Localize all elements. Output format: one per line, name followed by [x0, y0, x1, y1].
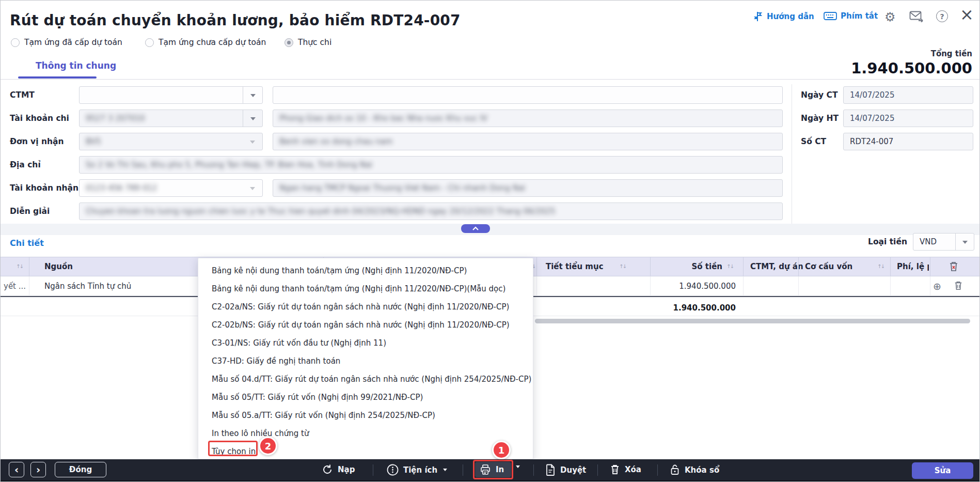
annotation-box-print-options: [208, 441, 258, 456]
tab-active-underline: [18, 76, 97, 79]
mail-feedback-icon[interactable]: [909, 11, 924, 22]
column-header-phi-le-phi[interactable]: Phí, lệ p: [897, 257, 929, 276]
redacted-value: Phong Giao dich so 10 - Kho bac Nha nuoc…: [279, 114, 487, 123]
close-icon[interactable]: ×: [960, 5, 974, 24]
chevron-left-icon: ‹: [14, 463, 19, 476]
menu-item-c3-01[interactable]: C3-01/NS: Giấy rút vốn đầu tư (Nghị định…: [198, 334, 533, 352]
header-divider: [1, 79, 980, 80]
sort-icon[interactable]: ↑↓: [619, 257, 626, 276]
menu-item-c37-hd[interactable]: C37-HD: Giấy đề nghị thanh toán: [198, 352, 533, 370]
approve-button[interactable]: Duyệt: [545, 464, 586, 476]
utilities-label: Tiện ích: [403, 465, 437, 475]
ctmt-name-input[interactable]: [273, 86, 783, 104]
redacted-value: 0123 456 789 012: [86, 183, 157, 193]
utilities-icon: [387, 464, 399, 476]
ctmt-combo-input[interactable]: [79, 86, 263, 104]
delete-row-icon[interactable]: [954, 281, 963, 291]
collapse-section-button[interactable]: [461, 224, 490, 233]
prev-record-button[interactable]: ‹: [9, 462, 24, 477]
redacted-value: Chuyen khoan tra luong nguon chien luoc …: [86, 207, 555, 216]
sort-icon[interactable]: ↑↓: [877, 257, 884, 276]
shortcut-link[interactable]: Phím tắt: [824, 11, 878, 21]
ngay-ht-input[interactable]: 14/07/2025: [843, 110, 973, 127]
help-icon[interactable]: ?: [936, 10, 948, 22]
delete-all-rows-icon[interactable]: [949, 261, 959, 272]
radio-tam-ung-chua-cap[interactable]: Tạm ứng chưa cấp dự toán: [145, 38, 266, 47]
next-record-button[interactable]: ›: [30, 462, 46, 477]
chi-tiet-section-link[interactable]: Chi tiết: [10, 238, 44, 248]
total-amount-label: Tổng tiền: [817, 49, 972, 58]
chevron-down-icon[interactable]: [243, 87, 262, 104]
chevron-down-icon[interactable]: [955, 234, 974, 251]
tai-khoan-chi-combo-input[interactable]: 9527 3 207010: [79, 110, 263, 127]
column-header-nguon[interactable]: Nguồn: [44, 257, 73, 276]
menu-item-bang-ke[interactable]: Bảng kê nội dung thanh toán/tạm ứng (Ngh…: [198, 262, 533, 280]
edit-button[interactable]: Sửa: [912, 462, 973, 479]
row-cell-so-tien: 1.940.500.000: [650, 276, 736, 296]
voucher-window: Rút dự toán chuyển khoản lương, bảo hiểm…: [0, 0, 980, 482]
tai-khoan-chi-name-input[interactable]: Phong Giao dich so 10 - Kho bac Nha nuoc…: [273, 110, 783, 127]
ngay-ht-label: Ngày HT: [801, 110, 839, 127]
guide-link-label: Hướng dẫn: [767, 12, 814, 21]
column-header-ctmt-du-an[interactable]: CTMT, dự án: [750, 257, 803, 276]
tai-khoan-chi-label: Tài khoản chi: [10, 110, 69, 127]
sort-icon[interactable]: ↑↓: [726, 257, 733, 276]
chevron-down-icon[interactable]: [243, 110, 262, 127]
add-row-icon[interactable]: ⊕: [933, 280, 941, 292]
document-icon: [545, 464, 556, 476]
keyboard-icon: [824, 11, 837, 21]
close-form-button[interactable]: Đóng: [55, 462, 106, 477]
tai-khoan-nhan-combo-input[interactable]: 0123 456 789 012: [79, 179, 263, 197]
redacted-value: BV5: [86, 137, 101, 146]
tab-thong-tin-chung[interactable]: Thông tin chung: [36, 60, 116, 71]
table-total-value: 1.940.500.000: [633, 298, 736, 318]
tai-khoan-nhan-name-input[interactable]: Ngan hang TMCP Ngoai Thuong Viet Nam - C…: [273, 179, 783, 197]
so-ct-value: RDT24-007: [850, 137, 893, 146]
radio-circle-selected-icon: [284, 38, 293, 47]
dia-chi-label: Địa chỉ: [10, 156, 41, 174]
horizontal-scrollbar[interactable]: [535, 319, 970, 323]
sort-icon[interactable]: ↑↓: [16, 257, 23, 276]
print-dropdown-caret[interactable]: [516, 468, 520, 478]
guide-link[interactable]: Hướng dẫn: [752, 11, 814, 22]
dia-chi-input[interactable]: So 2 Vo Thi Sau, Khu pho 5, Phuong Tan H…: [79, 156, 783, 174]
tai-khoan-nhan-label: Tài khoản nhận: [10, 179, 78, 197]
loai-tien-select[interactable]: VND: [913, 233, 974, 251]
delete-button[interactable]: Xóa: [610, 464, 641, 475]
ngay-ct-value: 14/07/2025: [850, 90, 894, 100]
lock-label: Khóa sổ: [685, 465, 719, 475]
radio-circle-icon: [11, 38, 20, 47]
gear-icon[interactable]: ⚙: [884, 10, 896, 24]
radio-tam-ung-da-cap[interactable]: Tạm ứng đã cấp dự toán: [11, 38, 122, 47]
lock-button[interactable]: Khóa sổ: [670, 464, 719, 476]
loai-tien-label: Loại tiền: [868, 233, 907, 251]
menu-item-bang-ke-mau-doc[interactable]: Bảng kê nội dung thanh toán/tạm ứng (Ngh…: [198, 280, 533, 298]
menu-item-mau-04d[interactable]: Mẫu số 04.d/TT: Giấy rút dự toán ngân sá…: [198, 370, 533, 388]
column-header-co-cau-von[interactable]: Cơ cấu vốn: [805, 257, 852, 276]
collapse-band: [1, 224, 980, 235]
redacted-value: 9527 3 207010: [86, 114, 145, 123]
menu-item-c2-02b[interactable]: C2-02b/NS: Giấy rút dự toán ngân sách nh…: [198, 316, 533, 334]
menu-item-mau-05[interactable]: Mẫu số 05/TT: Giấy rút vốn (Nghị định 99…: [198, 388, 533, 407]
radio-thuc-chi[interactable]: Thực chi: [284, 38, 331, 47]
chevron-right-icon: ›: [36, 463, 40, 476]
utilities-button[interactable]: Tiện ích: [387, 464, 447, 476]
don-vi-nhan-combo-input[interactable]: BV5: [79, 133, 263, 150]
redacted-value: So 2 Vo Thi Sau, Khu pho 5, Phuong Tan H…: [86, 160, 372, 169]
ngay-ct-input[interactable]: 14/07/2025: [843, 86, 973, 104]
so-ct-input[interactable]: RDT24-007: [843, 133, 973, 150]
refresh-icon: [322, 464, 333, 475]
menu-item-in-theo-lo[interactable]: In theo lô nhiều chứng từ: [198, 425, 533, 443]
column-header-so-tien[interactable]: Số tiền: [650, 257, 722, 276]
row-cell-nguon: Ngân sách Tỉnh tự chủ: [44, 276, 131, 296]
don-vi-nhan-name-input[interactable]: Benh vien xx dong chau nam: [273, 133, 783, 150]
refresh-button[interactable]: Nạp: [322, 464, 355, 475]
dien-giai-input[interactable]: Chuyen khoan tra luong nguon chien luoc …: [79, 203, 783, 220]
menu-item-mau-05a[interactable]: Mẫu số 05.a/TT: Giấy rút vốn (Nghị định …: [198, 407, 533, 425]
chevron-down-icon[interactable]: [243, 180, 262, 197]
column-header-tiet-tieu-muc[interactable]: Tiết tiểu mục: [546, 257, 604, 276]
annotation-box-print-button: [473, 460, 513, 479]
menu-item-c2-02a[interactable]: C2-02a/NS: Giấy rút dự toán ngân sách nh…: [198, 298, 533, 316]
chevron-down-icon[interactable]: [243, 133, 262, 150]
refresh-label: Nạp: [338, 465, 355, 474]
